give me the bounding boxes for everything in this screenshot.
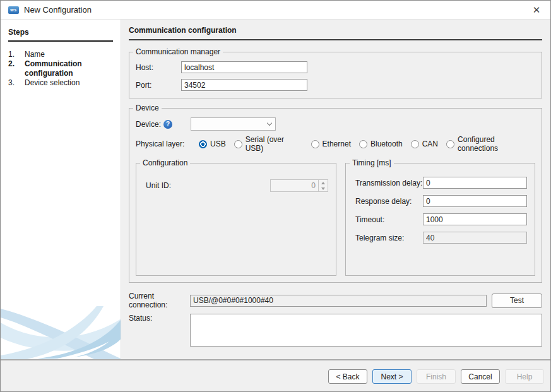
test-button[interactable]: Test xyxy=(492,294,542,308)
device-group: Device Device: ? Physical layer: xyxy=(129,104,542,283)
timing-subgroup-title: Timing [ms] xyxy=(350,158,394,167)
chevron-down-icon xyxy=(267,121,272,126)
host-label: Host: xyxy=(136,63,181,72)
radio-unselected-icon xyxy=(234,140,242,148)
unit-id-row: Unit ID: 0 xyxy=(143,179,329,192)
transmission-delay-row: Transmission delay: xyxy=(355,177,527,189)
device-row: Device: ? xyxy=(136,117,535,131)
communication-manager-group-title: Communication manager xyxy=(133,47,223,56)
configuration-subgroup-title: Configuration xyxy=(140,158,190,167)
host-input[interactable] xyxy=(181,61,307,73)
port-row: Port: xyxy=(136,79,535,91)
radio-bluetooth[interactable]: Bluetooth xyxy=(359,140,403,148)
current-connection-row: Current connection: USB/@0#0#0#1000#40 T… xyxy=(129,292,542,309)
spin-up-icon xyxy=(319,180,328,186)
step-item-name: 1. Name xyxy=(8,50,113,59)
unit-id-value: 0 xyxy=(271,180,318,191)
radio-ethernet[interactable]: Ethernet xyxy=(311,140,351,148)
response-delay-input[interactable] xyxy=(423,195,527,207)
communication-configuration-panel: Communication configuration Communicatio… xyxy=(121,20,550,359)
device-dropdown[interactable] xyxy=(191,117,276,131)
physical-layer-radio-group: USB Serial (over USB) Ethernet Blue xyxy=(199,135,535,153)
radio-configured-connections[interactable]: Configured connections xyxy=(446,135,535,153)
unit-id-stepper: 0 xyxy=(270,179,328,192)
radio-unselected-icon xyxy=(359,140,367,148)
finish-button: Finish xyxy=(417,369,456,384)
close-icon[interactable]: ✕ xyxy=(530,4,543,16)
response-delay-label: Response delay: xyxy=(355,197,423,206)
spin-down-icon xyxy=(319,186,328,191)
port-input[interactable] xyxy=(181,79,307,91)
radio-usb[interactable]: USB xyxy=(199,140,226,148)
radio-unselected-icon xyxy=(446,140,454,148)
status-label: Status: xyxy=(129,314,190,323)
radio-serial-over-usb[interactable]: Serial (over USB) xyxy=(234,135,303,153)
response-delay-row: Response delay: xyxy=(355,195,527,207)
timeout-label: Timeout: xyxy=(355,215,423,224)
cancel-button[interactable]: Cancel xyxy=(461,369,500,384)
decorative-swoosh-graphic xyxy=(1,283,121,359)
communication-manager-group: Communication manager Host: Port: xyxy=(129,47,542,98)
timeout-row: Timeout: xyxy=(355,213,527,225)
current-connection-label: Current connection: xyxy=(129,292,190,309)
configuration-subgroup: Configuration Unit ID: 0 xyxy=(136,158,336,276)
device-group-title: Device xyxy=(133,104,162,112)
title-bar: ws New Configuration ✕ xyxy=(1,1,550,20)
step-item-device-selection: 3. Device selection xyxy=(8,78,113,88)
status-row: Status: xyxy=(129,314,542,347)
telegram-size-input xyxy=(423,232,527,244)
window-title: New Configuration xyxy=(24,5,92,15)
current-connection-value: USB/@0#0#0#1000#40 xyxy=(190,295,487,307)
page-title: Communication configuration xyxy=(129,26,542,40)
device-label: Device: xyxy=(136,120,161,129)
telegram-size-row: Telegram size: xyxy=(355,232,527,244)
help-button: Help xyxy=(505,369,544,384)
step-item-communication-configuration: 2. Communication configuration xyxy=(8,59,113,78)
unit-id-label: Unit ID: xyxy=(146,181,171,190)
steps-heading: Steps xyxy=(8,28,113,42)
new-configuration-dialog: ws New Configuration ✕ Steps 1. Name 2. … xyxy=(0,0,551,392)
steps-list: 1. Name 2. Communication configuration 3… xyxy=(8,50,113,88)
steps-sidebar: Steps 1. Name 2. Communication configura… xyxy=(1,20,121,359)
radio-unselected-icon xyxy=(411,140,419,148)
radio-unselected-icon xyxy=(311,140,319,148)
app-logo-icon: ws xyxy=(8,6,19,14)
physical-layer-label: Physical layer: xyxy=(136,140,199,148)
dialog-footer: < Back Next > Finish Cancel Help xyxy=(1,359,550,392)
port-label: Port: xyxy=(136,81,181,90)
status-textarea[interactable] xyxy=(190,314,542,347)
transmission-delay-input[interactable] xyxy=(423,177,527,189)
host-row: Host: xyxy=(136,61,535,73)
next-button[interactable]: Next > xyxy=(372,369,412,384)
telegram-size-label: Telegram size: xyxy=(355,234,423,242)
timing-subgroup: Timing [ms] Transmission delay: Response… xyxy=(345,158,535,276)
transmission-delay-label: Transmission delay: xyxy=(355,179,423,187)
timeout-input[interactable] xyxy=(423,213,527,225)
radio-can[interactable]: CAN xyxy=(411,140,438,148)
physical-layer-row: Physical layer: USB Serial (over USB) xyxy=(136,135,535,153)
help-icon[interactable]: ? xyxy=(163,120,172,129)
back-button[interactable]: < Back xyxy=(328,369,367,384)
radio-selected-icon xyxy=(199,140,207,148)
